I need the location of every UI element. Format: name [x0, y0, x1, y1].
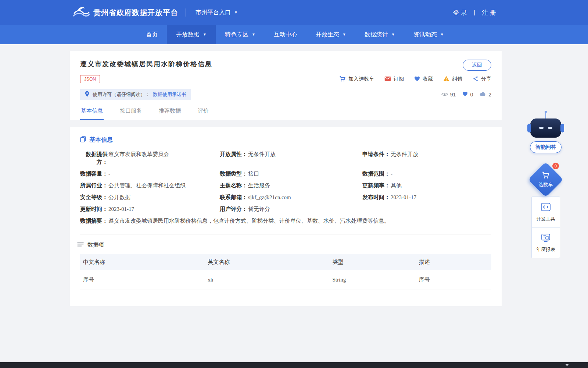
cell-description: 序号 [416, 270, 491, 290]
divider [80, 234, 491, 234]
back-button[interactable]: 返回 [463, 60, 491, 71]
column-header: 描述 [416, 254, 491, 270]
section-title: 数据项 [87, 241, 104, 248]
field-contact-email: 联系邮箱：sjkf_gz@21cn.com [215, 194, 357, 201]
code-icon [541, 203, 551, 212]
pin-icon [85, 91, 90, 98]
smart-qa-button[interactable]: 智能问答 [530, 141, 562, 153]
annual-report-button[interactable]: 年度报表 [532, 227, 560, 258]
field-user-rating: 用户评分：暂无评分 [215, 205, 357, 213]
heart-icon [414, 76, 420, 82]
cart-icon [541, 171, 550, 181]
register-link[interactable]: 注 册 [482, 8, 496, 17]
login-link[interactable]: 登 录 [453, 8, 467, 17]
tab-api-service[interactable]: 接口服务 [119, 105, 143, 120]
favorite-button[interactable]: 收藏 [414, 76, 433, 82]
field-update-frequency: 更新频率：其他 [357, 182, 491, 190]
license-bar: 使用许可（请仔细阅读）： 数据使用承诺书 [80, 89, 191, 100]
cart-count-badge: 0 [552, 163, 559, 169]
field-industry: 所属行业：公共管理、社会保障和社会组织 [75, 182, 215, 190]
dataset-tabs: 基本信息 接口服务 推荐数据 评价 [80, 105, 491, 120]
license-link[interactable]: 数据使用承诺书 [153, 91, 186, 98]
eye-icon [441, 92, 448, 98]
nav-item-interaction[interactable]: 互动中心 [265, 25, 306, 44]
assistant-robot-icon[interactable] [530, 118, 561, 138]
warning-icon [443, 76, 449, 82]
floating-toolbar: 智能问答 选数车 0 开发工具 年度报表 [528, 113, 563, 258]
brand-title: 贵州省政府数据开放平台 [93, 8, 178, 18]
cell-cn-name: 序号 [80, 270, 205, 290]
field-data-type: 数据类型：接口 [215, 170, 357, 178]
logo-icon [73, 6, 90, 20]
field-provider: 数据提供方：遵义市发展和改革委员会 [75, 151, 215, 166]
robot-antenna [545, 113, 546, 118]
basic-info-card: 基本信息 数据提供方：遵义市发展和改革委员会 开放属性：无条件开放 申请条件：无… [70, 127, 502, 306]
chevron-down-icon: ▼ [391, 33, 395, 36]
add-to-cart-button[interactable]: 加入选数车 [339, 75, 374, 83]
views-stat: 91 [441, 92, 456, 98]
portal-entry-label: 市州平台入口 [196, 9, 231, 17]
cart-label: 选数车 [539, 181, 553, 188]
brand[interactable]: 贵州省政府数据开放平台 [73, 6, 178, 20]
chevron-down-icon: ▼ [234, 11, 238, 14]
tab-rating[interactable]: 评价 [197, 105, 209, 120]
hamburger-icon [77, 241, 84, 248]
nav-item-statistics[interactable]: 数据统计▼ [355, 25, 404, 44]
section-title: 基本信息 [89, 136, 113, 144]
chevron-down-icon: ▼ [343, 33, 346, 36]
field-open-attribute: 开放属性：无条件开放 [215, 151, 357, 166]
error-report-button[interactable]: 纠错 [443, 76, 462, 82]
divider [186, 8, 186, 17]
field-data-volume: 数据容量：- [75, 170, 215, 178]
heart-icon [462, 92, 468, 98]
downloads-stat: 2 [480, 92, 491, 98]
column-header: 类型 [329, 254, 416, 270]
data-cart-widget[interactable]: 选数车 0 [528, 161, 563, 198]
cell-en-name: xh [205, 270, 329, 290]
field-theme: 主题名称：生活服务 [215, 182, 357, 190]
column-header: 英文名称 [205, 254, 329, 270]
basic-info-fields: 数据提供方：遵义市发展和改革委员会 开放属性：无条件开放 申请条件：无条件开放 … [75, 151, 491, 213]
license-label: 使用许可（请仔细阅读）： [93, 91, 150, 98]
subscribe-button[interactable]: 订阅 [384, 76, 404, 82]
report-icon [541, 234, 550, 243]
cart-icon [339, 75, 346, 83]
tool-panel: 开发工具 年度报表 [531, 197, 560, 258]
nav-item-news[interactable]: 资讯动态▼ [404, 25, 453, 44]
share-button[interactable]: 分享 [473, 76, 491, 83]
tab-recommended-data[interactable]: 推荐数据 [158, 105, 182, 120]
nav-item-special-zone[interactable]: 特色专区▼ [216, 25, 265, 44]
tab-basic-info[interactable]: 基本信息 [80, 105, 104, 120]
field-summary: 数据摘要： 遵义市发改委城镇居民用水阶梯价格信息，包含计价方式、阶梯分类、计价单… [75, 217, 491, 225]
dataset-header-card: 遵义市发改委城镇居民用水阶梯价格信息 返回 JSON 加入选数车 [70, 51, 502, 120]
format-badge: JSON [80, 75, 100, 83]
divider: | [474, 9, 475, 16]
dataset-stats: 91 0 2 [441, 92, 491, 98]
main-nav: 首页 开放数据▼ 特色专区▼ 互动中心 开放生态▼ 数据统计▼ 资讯动态▼ [0, 25, 588, 44]
share-icon [473, 76, 478, 83]
data-items-section-header: 数据项 [77, 241, 491, 248]
field-security-level: 安全等级：公开数据 [75, 194, 215, 201]
cloud-download-icon [480, 92, 486, 98]
portal-entry-dropdown[interactable]: 市州平台入口 ▼ [193, 8, 240, 17]
nav-item-ecosystem[interactable]: 开放生态▼ [306, 25, 355, 44]
field-publish-time: 发布时间：2023-01-17 [357, 194, 491, 201]
chevron-down-icon: ▼ [252, 33, 255, 36]
field-apply-condition: 申请条件：无条件开放 [357, 151, 491, 166]
page-title: 遵义市发改委城镇居民用水阶梯价格信息 [80, 60, 212, 68]
table-row: 序号 xh String 序号 [80, 270, 491, 290]
mail-icon [384, 76, 391, 82]
chevron-down-icon: ▼ [440, 33, 444, 36]
nav-item-home[interactable]: 首页 [137, 25, 167, 44]
table-header-row: 中文名称 英文名称 类型 描述 [80, 254, 491, 270]
cell-type: String [329, 270, 416, 290]
dev-tools-button[interactable]: 开发工具 [532, 197, 560, 227]
data-items-table: 中文名称 英文名称 类型 描述 序号 xh String 序号 [80, 254, 491, 290]
likes-stat: 0 [462, 92, 473, 98]
auth-links: 登 录 | 注 册 [453, 8, 496, 17]
basic-info-section-header: 基本信息 [80, 136, 491, 144]
nav-item-open-data[interactable]: 开放数据▼ [167, 25, 216, 44]
horizontal-scrollbar[interactable] [0, 362, 588, 368]
document-icon [80, 136, 86, 144]
field-data-scope: 数据范围：- [357, 170, 491, 178]
